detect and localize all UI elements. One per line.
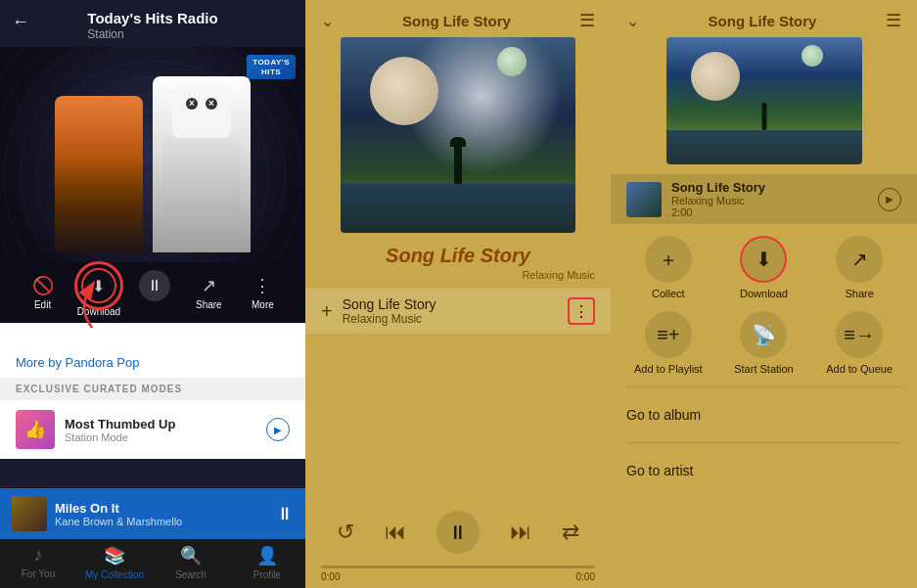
repeat-button[interactable]: ↺ xyxy=(337,520,354,545)
add-to-playlist-action[interactable]: ≡+ Add to Playlist xyxy=(626,311,711,375)
download-action[interactable]: ⬇ Download xyxy=(722,236,806,299)
statue-silhouette xyxy=(454,145,462,184)
share-button[interactable]: ↗ Share xyxy=(189,275,228,310)
nav-search[interactable]: 🔍 Search xyxy=(153,539,229,588)
panel2-menu-button[interactable]: ☰ xyxy=(579,10,595,31)
add-song-button[interactable]: + xyxy=(321,300,333,323)
water-reflection xyxy=(341,184,575,233)
station-title: Today's Hits Radio xyxy=(87,10,217,27)
playback-controls: ↺ ⏮ ⏸ ⏭ ⇄ xyxy=(305,503,611,562)
more-button[interactable]: ⋮ More xyxy=(243,275,282,310)
panel-radio-station: ← Today's Hits Radio Station TODAY'S HIT… xyxy=(0,0,305,588)
figure-person-left xyxy=(55,96,143,252)
panel-song-actions: ⌄ Song Life Story ☰ Song Life Story Rela… xyxy=(611,0,917,588)
exclusive-modes-label: EXCLUSIVE CURATED MODES xyxy=(0,378,305,400)
now-playing-pause-button[interactable]: ⏸ xyxy=(276,504,294,524)
share-action[interactable]: ↗ Share xyxy=(817,236,901,299)
pause-icon: ⏸ xyxy=(139,270,170,301)
panel3-collapse-button[interactable]: ⌄ xyxy=(626,12,639,30)
skip-back-button[interactable]: ⏮ xyxy=(385,520,406,545)
p3-moon-small xyxy=(802,45,823,67)
collect-icon: ＋ xyxy=(659,247,678,273)
panel3-menu-button[interactable]: ☰ xyxy=(886,10,901,31)
divider1 xyxy=(626,386,901,387)
progress-times: 0:00 0:00 xyxy=(321,571,595,582)
panel3-album-art xyxy=(666,37,862,164)
for-you-icon: ♪ xyxy=(34,545,43,565)
time-elapsed: 0:00 xyxy=(321,571,340,582)
shuffle-button[interactable]: ⇄ xyxy=(562,520,579,545)
collect-icon-wrap: ＋ xyxy=(645,236,692,283)
collapse-button[interactable]: ⌄ xyxy=(321,12,334,30)
more-by-link[interactable]: More by Pandora Pop xyxy=(0,353,305,378)
figure-person-right xyxy=(153,76,251,252)
time-total: 0:00 xyxy=(576,571,595,582)
station-subtitle: Station xyxy=(87,27,217,41)
add-queue-icon-wrap: ≡→ xyxy=(836,311,883,358)
skip-forward-button[interactable]: ⏭ xyxy=(510,520,531,545)
add-queue-icon: ≡→ xyxy=(844,324,875,346)
album-art xyxy=(341,37,575,233)
now-playing-info: Miles On It Kane Brown & Marshmello xyxy=(55,501,268,527)
play-pause-button[interactable]: ⏸ . xyxy=(135,270,174,315)
marshmello-head xyxy=(172,86,231,138)
progress-section: 0:00 0:00 xyxy=(305,562,611,588)
station-title-group: Today's Hits Radio Station xyxy=(87,10,217,41)
go-to-artist-item[interactable]: Go to artist xyxy=(611,451,917,490)
download-button[interactable]: ⬇ Download xyxy=(77,268,120,317)
figure-body xyxy=(162,138,241,252)
nav-my-collection[interactable]: 📚 My Collection xyxy=(76,539,153,588)
song-row: + Song Life Story Relaxing Music ⋮ xyxy=(305,289,611,334)
play-pause-button[interactable]: ⏸ xyxy=(436,511,480,554)
hero-figures xyxy=(55,76,251,252)
panel3-art-scene xyxy=(666,37,862,164)
panel3-header: ⌄ Song Life Story ☰ xyxy=(611,0,917,37)
panel3-title: Song Life Story xyxy=(709,13,817,29)
station-thumbnail: 👍 xyxy=(16,410,55,449)
moon-large xyxy=(370,57,438,125)
nav-for-you[interactable]: ♪ For You xyxy=(0,539,76,588)
share-icon-wrap: ↗ xyxy=(836,236,883,283)
collect-action[interactable]: ＋ Collect xyxy=(626,236,711,299)
thumb-up-icon: 👍 xyxy=(24,419,46,440)
search-icon: 🔍 xyxy=(180,545,202,566)
divider2 xyxy=(626,442,901,443)
song-genre-display: Relaxing Music xyxy=(305,269,611,289)
add-playlist-icon-wrap: ≡+ xyxy=(645,311,692,358)
panel3-mini-info: Song Life Story Relaxing Music 2:00 ▶ xyxy=(611,174,917,224)
song-title-display: Song Life Story xyxy=(305,245,611,269)
p3-song-info: Song Life Story Relaxing Music 2:00 xyxy=(671,180,868,218)
start-station-action[interactable]: 📡 Start Station xyxy=(722,311,806,375)
now-playing-thumbnail xyxy=(12,496,47,531)
station-description: The hottest songs play here! xyxy=(0,323,305,353)
start-station-icon-wrap: 📡 xyxy=(740,311,787,358)
download-icon: ⬇ xyxy=(756,248,772,271)
nav-profile[interactable]: 👤 Profile xyxy=(229,539,305,588)
panel-song-player: ⌄ Song Life Story ☰ Song Life Story Rela… xyxy=(305,0,611,588)
share-icon: ↗ xyxy=(202,275,216,296)
moon-small xyxy=(497,47,527,76)
add-playlist-icon: ≡+ xyxy=(657,324,679,346)
go-to-album-item[interactable]: Go to album xyxy=(611,395,917,434)
station-hero-image: TODAY'S HITS xyxy=(0,47,305,262)
edit-button[interactable]: 🚫 Edit xyxy=(23,275,63,310)
song-more-button[interactable]: ⋮ xyxy=(568,297,595,325)
download-icon-wrap: ⬇ xyxy=(740,236,787,283)
eye-right xyxy=(206,98,217,110)
p3-thumbnail xyxy=(626,182,662,217)
today-hits-badge: TODAY'S HITS xyxy=(247,55,296,79)
p3-play-button[interactable]: ▶ xyxy=(878,188,901,211)
now-playing-bar[interactable]: Miles On It Kane Brown & Marshmello ⏸ xyxy=(0,488,305,539)
station-play-button[interactable]: ▶ xyxy=(266,418,290,441)
add-to-queue-action[interactable]: ≡→ Add to Queue xyxy=(817,311,901,375)
download-arrow-icon: ⬇ xyxy=(92,277,105,295)
spacer xyxy=(305,334,611,503)
profile-icon: 👤 xyxy=(256,545,278,566)
most-thumbed-up-item[interactable]: 👍 Most Thumbed Up Station Mode ▶ xyxy=(0,400,305,459)
progress-bar[interactable] xyxy=(321,565,595,568)
p3-water xyxy=(666,130,862,164)
panel2-title: Song Life Story xyxy=(402,13,511,29)
download-icon-circle: ⬇ xyxy=(81,268,116,303)
back-button[interactable]: ← xyxy=(12,12,29,32)
more-dots-icon: ⋮ xyxy=(253,275,271,296)
